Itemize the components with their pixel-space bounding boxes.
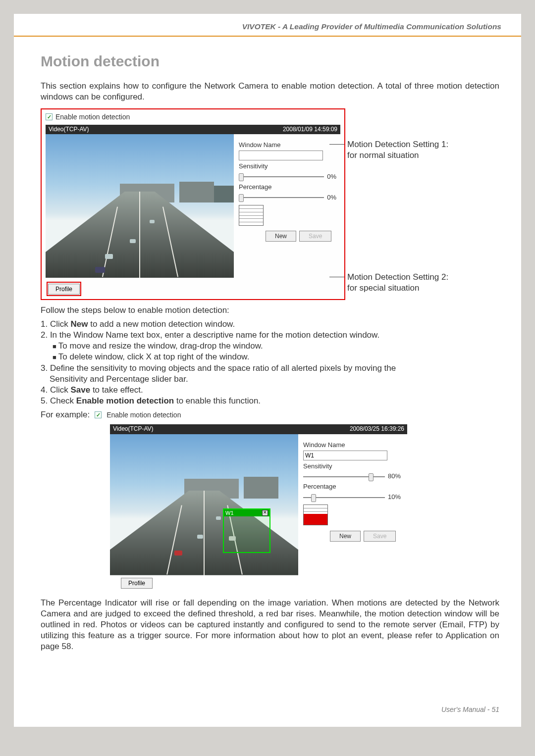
window-name-input-2[interactable] xyxy=(303,451,387,460)
explanation-paragraph: The Percentage Indicator will rise or fa… xyxy=(41,598,499,652)
sensitivity-label: Sensitivity xyxy=(239,162,336,171)
close-icon[interactable]: ✕ xyxy=(262,510,268,516)
step-4: 4. Click Save to take effect. xyxy=(41,385,499,396)
md-window[interactable]: W1 ✕ xyxy=(223,508,270,553)
new-button-2[interactable]: New xyxy=(330,531,361,542)
sensitivity-value: 0% xyxy=(327,173,336,181)
new-button[interactable]: New xyxy=(266,231,296,242)
video-title-bar-2: Video(TCP-AV) 2008/03/25 16:39:26 xyxy=(110,424,407,434)
video-source-label: Video(TCP-AV) xyxy=(49,126,89,134)
sensitivity-value-2: 80% xyxy=(388,472,401,481)
save-button-2[interactable]: Save xyxy=(364,531,396,542)
motion-detection-panel-1: ✓ Enable motion detection Video(TCP-AV) … xyxy=(41,108,345,300)
for-example-label: For example: xyxy=(41,409,90,420)
motion-detection-panel-2: Video(TCP-AV) 2008/03/25 16:39:26 xyxy=(110,424,407,592)
profile-button-2[interactable]: Profile xyxy=(121,578,153,589)
video-title-bar: Video(TCP-AV) 2008/01/09 14:59:09 xyxy=(46,125,340,135)
steps-intro: Follow the steps below to enable motion … xyxy=(41,305,499,316)
sensitivity-label-2: Sensitivity xyxy=(303,462,401,471)
video-preview[interactable] xyxy=(46,134,234,278)
example-checkbox-label: Enable motion detection xyxy=(107,410,181,419)
page-header: VIVOTEK - A Leading Provider of Multimed… xyxy=(14,14,521,37)
enable-md-checkbox[interactable]: ✓ xyxy=(46,113,53,120)
window-name-input[interactable] xyxy=(239,151,323,160)
example-checkbox-icon: ✓ xyxy=(95,411,102,418)
percentage-slider-2[interactable] xyxy=(303,497,385,498)
video-source-label-2: Video(TCP-AV) xyxy=(113,425,154,433)
step-5: 5. Check Enable motion detection to enab… xyxy=(41,396,499,406)
window-name-label-2: Window Name xyxy=(303,441,401,450)
save-button[interactable]: Save xyxy=(299,231,331,242)
video-preview-2[interactable]: W1 ✕ xyxy=(110,434,298,575)
step-2b: ■To delete window, click X at top right … xyxy=(53,352,499,362)
percentage-slider[interactable] xyxy=(239,197,324,198)
percentage-label-2: Percentage xyxy=(303,483,401,491)
md-window-title: W1 xyxy=(225,509,234,516)
page-title: Motion detection xyxy=(41,51,499,71)
step-3: 3. Define the sensitivity to moving obje… xyxy=(41,363,499,385)
video-timestamp-2: 2008/03/25 16:39:26 xyxy=(350,425,404,433)
step-2: 2. In the Window Name text box, enter a … xyxy=(41,330,499,341)
step-2a: ■To move and resize the window, drag-dro… xyxy=(53,341,499,352)
profile-button[interactable]: Profile xyxy=(48,284,80,295)
red-bar-icon xyxy=(304,514,327,525)
page-footer: User's Manual - 51 xyxy=(441,705,499,714)
percentage-indicator-2 xyxy=(303,504,328,525)
step-list: 1. Click New to add a new motion detecti… xyxy=(41,319,499,341)
enable-md-label: Enable motion detection xyxy=(55,112,130,121)
video-timestamp: 2008/01/09 14:59:09 xyxy=(283,126,337,134)
sensitivity-slider[interactable] xyxy=(239,176,324,177)
step-1: 1. Click New to add a new motion detecti… xyxy=(41,319,499,330)
percentage-label: Percentage xyxy=(239,183,336,192)
window-name-label: Window Name xyxy=(239,141,336,150)
intro-paragraph: This section explains how to configure t… xyxy=(41,81,499,102)
percentage-value: 0% xyxy=(327,194,336,202)
percentage-value-2: 10% xyxy=(388,493,401,502)
sensitivity-slider-2[interactable] xyxy=(303,476,385,477)
percentage-indicator xyxy=(239,205,264,226)
